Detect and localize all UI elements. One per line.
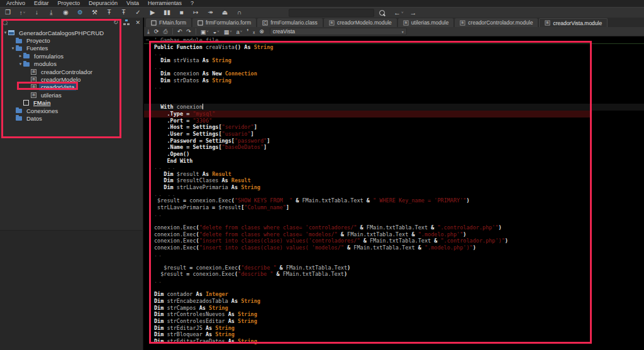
global-search-input[interactable] xyxy=(289,9,374,17)
expander-icon[interactable]: ▾ xyxy=(18,62,23,67)
pause-icon[interactable]: ▮▮ xyxy=(162,8,172,18)
code-line xyxy=(144,217,644,224)
chevron-down-icon: ˅ xyxy=(206,30,209,33)
tree-item-creadorModelo[interactable]: mcreadorModelo xyxy=(0,75,143,83)
menu-item-editar[interactable]: Editar xyxy=(30,0,53,7)
folder-icon xyxy=(16,46,22,51)
hierarchy-view-icon[interactable] xyxy=(123,19,130,26)
chevron-down-icon: ˅ xyxy=(217,30,219,33)
editor-toolbar: ⤓⟳⎙↶↷▣˅◒˅▦˅a˅❜ₓ⊗creaVista▾ xyxy=(144,27,644,36)
redo-icon[interactable]: ↷ xyxy=(186,27,191,36)
module-icon: m xyxy=(31,92,36,98)
code-line: .. xyxy=(144,211,644,218)
undo-icon[interactable]: ↶ xyxy=(177,27,182,36)
menu-item-proyecto[interactable]: Proyecto xyxy=(53,0,85,7)
editor-tab-bar: FMain.formfrmFormulario.formCfrmFormular… xyxy=(144,18,644,27)
tree-item-label: creadorModelo xyxy=(39,76,82,83)
tree-item-Fuentes[interactable]: ▾Fuentes xyxy=(0,45,143,52)
tree-item-GeneradorCatalogosPHPCRUD[interactable]: ▾GeneradorCatalogosPHPCRUD xyxy=(0,29,143,36)
tab-label: utilerias.module xyxy=(411,19,449,26)
stop-icon[interactable]: ■ xyxy=(176,8,187,18)
tree-item-modulos[interactable]: ▾modulos xyxy=(0,60,143,68)
tab-FMain.form[interactable]: FMain.form xyxy=(146,18,191,27)
expander-icon[interactable]: ▾ xyxy=(3,30,8,35)
code-line: Dim strBloquear As String xyxy=(144,331,644,338)
paste-icon[interactable]: ▣˅ xyxy=(201,27,209,36)
remove-space-icon[interactable]: ₓ xyxy=(253,27,255,36)
module-icon: m xyxy=(403,20,408,25)
code-line: Dim $result As Result xyxy=(144,171,644,178)
tree-item-Proyecto[interactable]: Proyecto xyxy=(0,36,143,44)
menu-item-herramientas[interactable]: Herramientas xyxy=(143,0,186,7)
tree-item-formularios[interactable]: ▸formularios xyxy=(0,52,143,60)
project-icon xyxy=(8,30,14,35)
tree-item-Datos[interactable]: Datos xyxy=(0,114,143,122)
menu-item-vista[interactable]: Vista xyxy=(122,0,143,7)
save-project-icon[interactable]: ↓ xyxy=(31,8,42,18)
code-line: .. xyxy=(144,64,644,71)
compile-icon[interactable]: Ŧ xyxy=(104,8,114,18)
check-icon[interactable]: ✓ xyxy=(133,8,143,18)
code-line: Dim conexion As New Connection xyxy=(144,70,644,77)
project-tree: ▾GeneradorCatalogosPHPCRUDProyecto▾Fuent… xyxy=(0,28,143,123)
tree-item-label: Fuentes xyxy=(25,45,50,52)
panel-search-icon[interactable] xyxy=(3,20,8,25)
close-panel-icon[interactable]: ✕ xyxy=(135,19,140,26)
new-project-icon[interactable]: ❐ xyxy=(3,8,13,18)
tab-frmFormulario.form[interactable]: frmFormulario.form xyxy=(192,18,256,27)
tab-label: frmFormulario.form xyxy=(206,19,251,26)
save-all-icon[interactable]: ⤓ xyxy=(46,8,57,18)
menu-item-archivo[interactable]: Archivo xyxy=(2,0,30,7)
tree-item-label: Datos xyxy=(25,115,44,122)
code-line: .Password = Settings["password"] xyxy=(144,138,644,145)
print-icon[interactable]: ⎙ xyxy=(164,27,168,36)
profile-icon[interactable]: ∩ xyxy=(234,8,245,18)
properties-gear-icon[interactable]: ⚙ xyxy=(75,8,86,18)
tree-item-FMain[interactable]: FMain xyxy=(0,99,143,107)
expander-icon[interactable]: ▾ xyxy=(10,46,16,51)
folder-icon xyxy=(16,39,22,43)
code-editor[interactable]: ' Gambas module filePublic Function crea… xyxy=(144,36,644,350)
tab-creadorModelo.module[interactable]: mcreadorModelo.module xyxy=(324,18,397,27)
tab-label: frmFormulario.class xyxy=(270,19,318,26)
code-line: .. .. xyxy=(144,164,644,171)
tree-item-creadorControlador[interactable]: mcreadorControlador xyxy=(0,68,143,75)
refresh-icon[interactable]: ↻ xyxy=(113,18,118,27)
clear-icon[interactable]: ⊗ xyxy=(259,27,264,36)
code-line: End With xyxy=(144,158,644,165)
tab-creadorControlador.module[interactable]: mcreadorControlador.module xyxy=(455,18,538,27)
tree-item-Conexiones[interactable]: Conexiones xyxy=(0,107,143,114)
tree-item-utilerias[interactable]: mutilerias xyxy=(0,91,143,99)
search-icon[interactable] xyxy=(379,10,385,16)
font-icon[interactable]: a˅ xyxy=(236,27,243,36)
tab-frmFormulario.class[interactable]: CfrmFormulario.class xyxy=(257,18,323,27)
back-icon[interactable]: ←˅ xyxy=(394,9,404,16)
palette-icon[interactable]: ◒˅ xyxy=(213,27,219,36)
tree-item-creadorVista[interactable]: mcreadorVista xyxy=(0,84,143,91)
tree-item-label: utilerias xyxy=(39,92,64,99)
make-executable-icon[interactable]: ⚒ xyxy=(89,8,100,18)
tab-label: creadorVista.module xyxy=(553,20,602,26)
code-line: strLLavePrimaria = $result["Column_name"… xyxy=(144,204,644,211)
compile-all-icon[interactable]: Ŧ xyxy=(118,8,129,18)
expander-icon[interactable]: ▸ xyxy=(18,53,23,58)
tab-creadorVista.module[interactable]: mcreadorVista.module xyxy=(539,18,608,27)
table-icon[interactable]: ▦˅ xyxy=(224,27,232,36)
code-line: $result = conexion.Exec("describe " & FM… xyxy=(144,265,644,271)
menu-item-?[interactable]: ? xyxy=(186,0,198,7)
step-icon[interactable]: ↦ xyxy=(191,8,201,18)
menu-item-depuración[interactable]: Depuración xyxy=(84,0,122,7)
finish-icon[interactable]: ⏏ xyxy=(219,8,230,18)
procedure-selector[interactable]: creaVista▾ xyxy=(270,28,407,35)
open-project-icon[interactable]: ↑˅ xyxy=(17,8,28,18)
forward-icon[interactable]: ↠ xyxy=(205,8,216,18)
hidden-toggle-icon[interactable]: ◉ xyxy=(60,8,71,18)
forward-icon[interactable]: → xyxy=(410,9,417,16)
save-file-icon[interactable]: ⤓ xyxy=(147,27,150,36)
code-line: Dim strVista As String xyxy=(144,57,644,64)
chevron-down-icon: ˅ xyxy=(401,11,404,14)
quote-icon[interactable]: ❜ xyxy=(247,27,248,36)
run-icon[interactable]: ▶ xyxy=(147,8,158,18)
tab-utilerias.module[interactable]: mutilerias.module xyxy=(398,18,454,27)
reload-icon[interactable]: ⟳ xyxy=(154,27,159,36)
